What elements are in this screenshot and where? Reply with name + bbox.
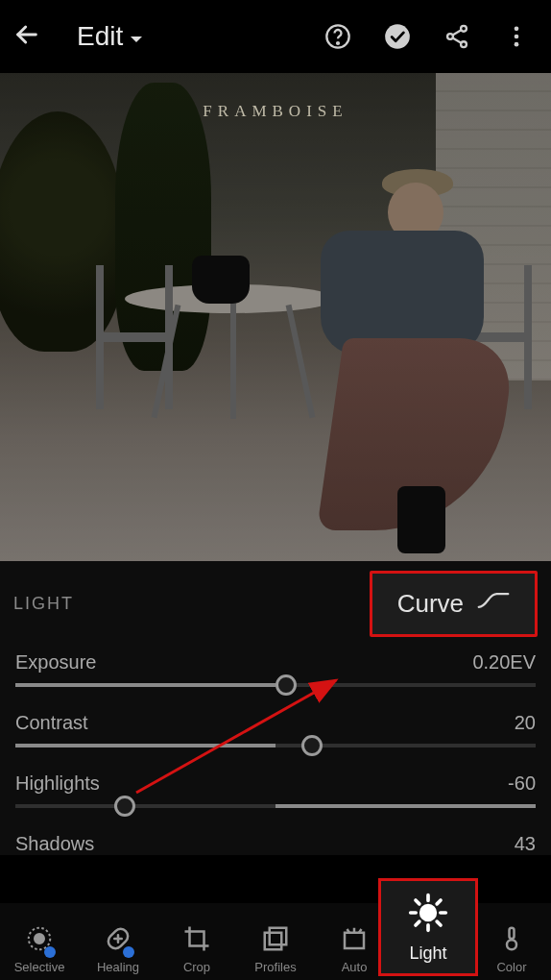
curve-button[interactable]: Curve <box>370 571 538 637</box>
shadows-value: 43 <box>515 833 536 855</box>
caret-down-icon <box>129 21 144 52</box>
panel-title: LIGHT <box>13 594 74 614</box>
light-panel: LIGHT Curve Exposure 0.20EV Contrast 20 <box>0 561 551 855</box>
photo-shape <box>0 111 125 352</box>
svg-point-5 <box>461 41 467 47</box>
confirm-button[interactable] <box>374 13 420 60</box>
tool-light[interactable]: Light <box>378 878 478 976</box>
svg-point-17 <box>507 940 516 949</box>
color-icon <box>497 924 526 956</box>
edit-dropdown[interactable]: Edit <box>77 21 144 52</box>
photo-shape <box>125 284 336 419</box>
crop-icon <box>182 924 211 956</box>
tool-label: Light <box>409 943 446 964</box>
tool-label: Healing <box>97 960 139 974</box>
photo-shape <box>436 73 551 380</box>
svg-rect-14 <box>265 933 282 950</box>
tool-label: Profiles <box>254 960 296 974</box>
slider-thumb[interactable] <box>301 735 323 756</box>
svg-point-1 <box>337 42 339 44</box>
svg-point-19 <box>421 905 436 919</box>
tool-label: Crop <box>183 960 210 974</box>
back-button[interactable] <box>12 19 42 54</box>
tool-label: Color <box>496 960 526 974</box>
tool-profiles[interactable]: Profiles <box>236 924 315 974</box>
highlights-value: -60 <box>508 772 536 795</box>
tool-crop[interactable]: Crop <box>157 924 236 974</box>
slider-thumb[interactable] <box>276 674 297 696</box>
svg-rect-18 <box>510 928 515 939</box>
photo-shape <box>301 169 493 534</box>
highlights-slider[interactable] <box>15 804 536 808</box>
svg-point-6 <box>515 27 519 32</box>
contrast-value: 20 <box>515 712 536 734</box>
svg-rect-15 <box>270 928 287 945</box>
more-button[interactable] <box>493 13 539 60</box>
exposure-slider[interactable] <box>15 683 536 687</box>
svg-point-12 <box>35 934 44 943</box>
photo-shape <box>96 265 173 409</box>
svg-point-7 <box>515 35 519 39</box>
svg-point-3 <box>461 26 467 32</box>
edit-label: Edit <box>77 21 123 52</box>
contrast-label: Contrast <box>15 712 88 734</box>
highlights-label: Highlights <box>15 772 100 795</box>
top-bar: Edit <box>0 0 551 73</box>
tool-healing[interactable]: Healing <box>79 924 157 974</box>
exposure-value: 0.20EV <box>472 651 536 674</box>
svg-point-4 <box>447 34 453 39</box>
profiles-icon <box>261 924 290 956</box>
svg-point-8 <box>515 42 519 47</box>
shadows-label: Shadows <box>15 833 94 855</box>
badge-icon <box>123 946 134 958</box>
photo-shape <box>455 265 532 409</box>
exposure-label: Exposure <box>15 651 97 674</box>
photo-shape <box>192 256 250 304</box>
tool-color[interactable]: Color <box>472 924 551 974</box>
svg-rect-16 <box>345 933 364 948</box>
shadows-row: Shadows 43 <box>0 829 551 855</box>
slider-thumb[interactable] <box>114 796 135 817</box>
highlights-row: Highlights -60 <box>0 769 551 808</box>
exposure-row: Exposure 0.20EV <box>0 648 551 687</box>
photo-shape <box>115 83 211 371</box>
auto-icon <box>340 924 369 956</box>
tool-label: Auto <box>342 960 368 974</box>
share-button[interactable] <box>434 13 480 60</box>
tool-selective[interactable]: Selective <box>0 924 79 974</box>
help-button[interactable] <box>315 13 361 60</box>
image-overlay-text: FRAMBOISE <box>203 102 347 121</box>
svg-point-2 <box>385 24 410 49</box>
panel-header: LIGHT Curve <box>0 567 551 648</box>
curve-label: Curve <box>397 589 464 619</box>
contrast-slider[interactable] <box>15 744 536 747</box>
curve-icon <box>477 589 510 619</box>
image-preview[interactable]: FRAMBOISE <box>0 73 551 561</box>
tool-label: Selective <box>14 960 65 974</box>
contrast-row: Contrast 20 <box>0 708 551 747</box>
badge-icon <box>44 946 56 958</box>
light-icon <box>407 892 449 938</box>
